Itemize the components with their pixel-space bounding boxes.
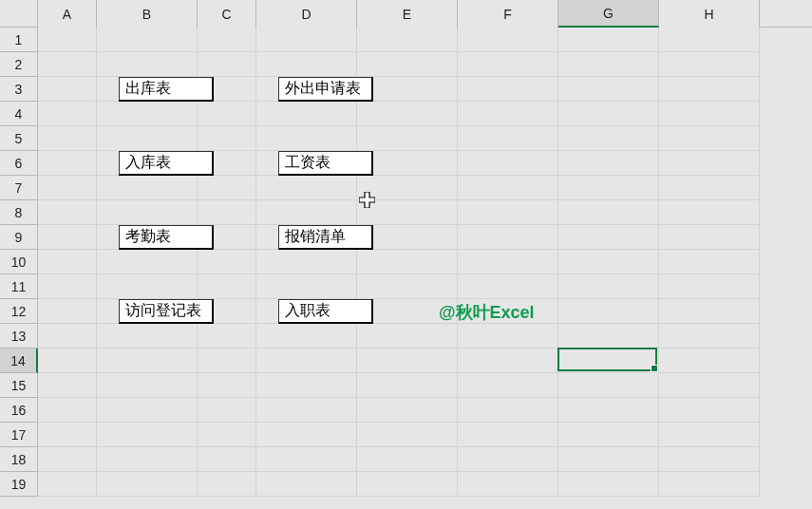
cell-E14[interactable] xyxy=(357,349,458,373)
cell-F18[interactable] xyxy=(458,447,558,472)
cell-G19[interactable] xyxy=(558,472,659,497)
cell-B7[interactable] xyxy=(97,176,198,200)
cell-A13[interactable] xyxy=(38,324,97,349)
row-header-7[interactable]: 7 xyxy=(0,176,38,200)
cell-F13[interactable] xyxy=(458,324,558,349)
row-header-18[interactable]: 18 xyxy=(0,447,38,472)
row-header-14[interactable]: 14 xyxy=(0,349,38,373)
cell-A7[interactable] xyxy=(38,176,97,200)
cell-B17[interactable] xyxy=(97,423,198,447)
cell-E13[interactable] xyxy=(357,324,458,349)
row-header-1[interactable]: 1 xyxy=(0,28,38,52)
cell-G1[interactable] xyxy=(558,28,659,52)
column-header-G[interactable]: G xyxy=(558,0,659,28)
cell-D1[interactable] xyxy=(256,28,357,52)
cell-E18[interactable] xyxy=(357,447,458,472)
cell-D18[interactable] xyxy=(256,447,357,472)
cell-H19[interactable] xyxy=(659,472,760,497)
row-header-3[interactable]: 3 xyxy=(0,77,38,102)
cell-H14[interactable] xyxy=(659,349,760,373)
cell-B8[interactable] xyxy=(97,200,198,225)
cell-H3[interactable] xyxy=(659,77,760,102)
cell-G11[interactable] xyxy=(558,274,659,299)
column-header-D[interactable]: D xyxy=(256,0,357,28)
row-header-16[interactable]: 16 xyxy=(0,398,38,423)
cell-A11[interactable] xyxy=(38,274,97,299)
sheet-button-5[interactable]: 报销清单 xyxy=(278,225,373,250)
cell-F8[interactable] xyxy=(458,200,558,225)
cell-A10[interactable] xyxy=(38,250,97,274)
cell-E11[interactable] xyxy=(357,274,458,299)
row-header-4[interactable]: 4 xyxy=(0,102,38,126)
cell-A4[interactable] xyxy=(38,102,97,126)
cell-H17[interactable] xyxy=(659,423,760,447)
select-all-corner[interactable] xyxy=(0,0,38,28)
cell-F7[interactable] xyxy=(458,176,558,200)
cell-C10[interactable] xyxy=(198,250,256,274)
cell-E17[interactable] xyxy=(357,423,458,447)
cell-G6[interactable] xyxy=(558,151,659,176)
cell-A6[interactable] xyxy=(38,151,97,176)
cell-G18[interactable] xyxy=(558,447,659,472)
cell-D8[interactable] xyxy=(256,200,357,225)
cell-D16[interactable] xyxy=(256,398,357,423)
row-header-13[interactable]: 13 xyxy=(0,324,38,349)
cell-D11[interactable] xyxy=(256,274,357,299)
cell-F5[interactable] xyxy=(458,126,558,151)
cell-A12[interactable] xyxy=(38,299,97,324)
cell-D14[interactable] xyxy=(256,349,357,373)
row-header-15[interactable]: 15 xyxy=(0,373,38,398)
row-header-12[interactable]: 12 xyxy=(0,299,38,324)
column-header-B[interactable]: B xyxy=(97,0,198,28)
cell-H1[interactable] xyxy=(659,28,760,52)
cell-C2[interactable] xyxy=(198,52,256,77)
cell-G8[interactable] xyxy=(558,200,659,225)
cell-H4[interactable] xyxy=(659,102,760,126)
cell-G7[interactable] xyxy=(558,176,659,200)
cell-B4[interactable] xyxy=(97,102,198,126)
cell-G17[interactable] xyxy=(558,423,659,447)
cell-C11[interactable] xyxy=(198,274,256,299)
cell-F2[interactable] xyxy=(458,52,558,77)
column-header-H[interactable]: H xyxy=(659,0,760,28)
cell-A5[interactable] xyxy=(38,126,97,151)
cell-E7[interactable] xyxy=(357,176,458,200)
cell-C14[interactable] xyxy=(198,349,256,373)
cell-D2[interactable] xyxy=(256,52,357,77)
cell-F17[interactable] xyxy=(458,423,558,447)
cell-F16[interactable] xyxy=(458,398,558,423)
cell-A17[interactable] xyxy=(38,423,97,447)
row-header-5[interactable]: 5 xyxy=(0,126,38,151)
cell-A16[interactable] xyxy=(38,398,97,423)
cell-F19[interactable] xyxy=(458,472,558,497)
cell-F4[interactable] xyxy=(458,102,558,126)
cell-G13[interactable] xyxy=(558,324,659,349)
cell-H18[interactable] xyxy=(659,447,760,472)
cell-G9[interactable] xyxy=(558,225,659,250)
sheet-button-3[interactable]: 工资表 xyxy=(278,151,373,176)
cell-C15[interactable] xyxy=(198,373,256,398)
sheet-button-0[interactable]: 出库表 xyxy=(119,77,214,102)
cell-C5[interactable] xyxy=(198,126,256,151)
cell-G4[interactable] xyxy=(558,102,659,126)
column-header-E[interactable]: E xyxy=(357,0,458,28)
cell-E19[interactable] xyxy=(357,472,458,497)
cell-D4[interactable] xyxy=(256,102,357,126)
cell-F14[interactable] xyxy=(458,349,558,373)
cell-E4[interactable] xyxy=(357,102,458,126)
cell-G15[interactable] xyxy=(558,373,659,398)
cell-C19[interactable] xyxy=(198,472,256,497)
cell-F15[interactable] xyxy=(458,373,558,398)
cell-C17[interactable] xyxy=(198,423,256,447)
cell-B15[interactable] xyxy=(97,373,198,398)
row-header-11[interactable]: 11 xyxy=(0,274,38,299)
cell-C13[interactable] xyxy=(198,324,256,349)
cell-F3[interactable] xyxy=(458,77,558,102)
cell-H11[interactable] xyxy=(659,274,760,299)
cell-C16[interactable] xyxy=(198,398,256,423)
cell-A15[interactable] xyxy=(38,373,97,398)
cell-A1[interactable] xyxy=(38,28,97,52)
cell-C18[interactable] xyxy=(198,447,256,472)
cell-H10[interactable] xyxy=(659,250,760,274)
cell-E1[interactable] xyxy=(357,28,458,52)
